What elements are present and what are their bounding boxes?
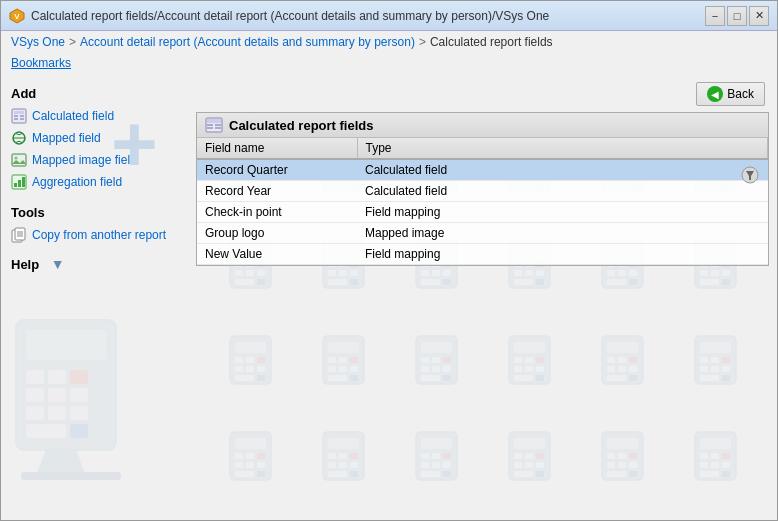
svg-rect-211 — [711, 366, 719, 372]
svg-rect-258 — [618, 453, 626, 459]
svg-rect-191 — [525, 366, 533, 372]
mapped-image-field-label: Mapped image field — [32, 153, 137, 167]
svg-rect-178 — [432, 357, 440, 363]
close-button[interactable]: ✕ — [749, 6, 769, 26]
svg-rect-156 — [235, 342, 266, 353]
svg-rect-216 — [235, 438, 266, 449]
svg-rect-34 — [21, 472, 121, 480]
copy-from-report-link[interactable]: Copy from another report — [11, 226, 186, 244]
svg-rect-134 — [536, 279, 544, 285]
svg-rect-185 — [509, 336, 550, 384]
aggregation-field-link[interactable]: Aggregation field — [11, 173, 186, 191]
mapped-field-link[interactable]: Mapped field — [11, 129, 186, 147]
svg-rect-3 — [14, 111, 24, 114]
svg-rect-176 — [421, 342, 452, 353]
svg-rect-181 — [432, 366, 440, 372]
svg-rect-165 — [323, 336, 364, 384]
svg-rect-268 — [711, 453, 719, 459]
svg-rect-252 — [536, 462, 544, 468]
svg-rect-114 — [350, 279, 358, 285]
watermark-calc-icon — [671, 315, 759, 406]
svg-rect-277 — [207, 124, 213, 126]
cell-type: Mapped image — [357, 223, 768, 244]
back-button[interactable]: ◀ Back — [696, 82, 765, 106]
svg-rect-31 — [26, 424, 66, 438]
svg-rect-196 — [607, 342, 638, 353]
table-row[interactable]: Group logoMapped image — [197, 223, 768, 244]
svg-rect-228 — [339, 453, 347, 459]
mapped-image-field-icon — [11, 152, 27, 168]
cell-type: Field mapping — [357, 244, 768, 265]
svg-rect-110 — [328, 270, 336, 276]
svg-rect-238 — [432, 453, 440, 459]
svg-rect-246 — [514, 438, 545, 449]
svg-rect-123 — [421, 279, 440, 285]
table-row[interactable]: Check-in pointField mapping — [197, 202, 768, 223]
svg-rect-174 — [350, 375, 358, 381]
svg-rect-226 — [328, 438, 359, 449]
svg-rect-270 — [700, 462, 708, 468]
svg-rect-210 — [700, 366, 708, 372]
svg-rect-279 — [215, 124, 221, 126]
svg-rect-262 — [629, 462, 637, 468]
table-row[interactable]: New ValueField mapping — [197, 244, 768, 265]
watermark-calc-icon — [485, 411, 573, 502]
watermark-calc-icon — [578, 315, 666, 406]
svg-rect-225 — [323, 432, 364, 480]
filter-icon[interactable] — [740, 165, 760, 188]
svg-rect-186 — [514, 342, 545, 353]
svg-rect-26 — [48, 388, 66, 402]
svg-rect-261 — [618, 462, 626, 468]
svg-rect-183 — [421, 375, 440, 381]
svg-rect-250 — [514, 462, 522, 468]
left-watermark — [1, 300, 196, 520]
svg-rect-220 — [235, 462, 243, 468]
svg-rect-159 — [257, 357, 265, 363]
svg-rect-229 — [350, 453, 358, 459]
watermark-calc-icon — [578, 411, 666, 502]
svg-rect-214 — [722, 375, 730, 381]
mapped-image-field-link[interactable]: Mapped image field — [11, 151, 186, 169]
svg-rect-22 — [26, 370, 44, 384]
svg-rect-239 — [443, 453, 451, 459]
svg-rect-180 — [421, 366, 429, 372]
table-container: Calculated report fields Field name — [196, 112, 769, 266]
help-expand-icon[interactable]: ▼ — [51, 256, 65, 272]
minimize-button[interactable]: − — [705, 6, 725, 26]
breadcrumb-vsys-one[interactable]: VSys One — [11, 35, 65, 49]
breadcrumb-sep-2: > — [419, 35, 426, 49]
svg-rect-13 — [18, 180, 21, 187]
svg-rect-260 — [607, 462, 615, 468]
svg-rect-173 — [328, 375, 347, 381]
watermark-calc-icon — [392, 411, 480, 502]
maximize-button[interactable]: □ — [727, 6, 747, 26]
svg-rect-203 — [607, 375, 626, 381]
svg-rect-144 — [629, 279, 637, 285]
svg-rect-255 — [602, 432, 643, 480]
table-row[interactable]: Record YearCalculated field — [197, 181, 768, 202]
svg-rect-232 — [350, 462, 358, 468]
svg-rect-142 — [629, 270, 637, 276]
table-title: Calculated report fields — [197, 113, 768, 138]
breadcrumb-sep-1: > — [69, 35, 76, 49]
svg-rect-278 — [207, 127, 213, 129]
svg-rect-102 — [257, 270, 265, 276]
svg-rect-200 — [607, 366, 615, 372]
svg-rect-132 — [536, 270, 544, 276]
svg-rect-189 — [536, 357, 544, 363]
svg-rect-162 — [257, 366, 265, 372]
svg-rect-215 — [230, 432, 271, 480]
svg-rect-157 — [235, 357, 243, 363]
col-type: Type — [357, 138, 768, 159]
aggregation-field-label: Aggregation field — [32, 175, 122, 189]
svg-rect-184 — [443, 375, 451, 381]
breadcrumb-report[interactable]: Account detail report (Account details a… — [80, 35, 415, 49]
calculated-field-link[interactable]: Calculated field — [11, 107, 186, 125]
title-bar-buttons: − □ ✕ — [705, 6, 769, 26]
bookmarks-link[interactable]: Bookmarks — [11, 56, 71, 70]
cell-field-name: Group logo — [197, 223, 357, 244]
svg-rect-100 — [235, 270, 243, 276]
table-row[interactable]: Record QuarterCalculated field — [197, 159, 768, 181]
svg-rect-245 — [509, 432, 550, 480]
svg-rect-175 — [416, 336, 457, 384]
